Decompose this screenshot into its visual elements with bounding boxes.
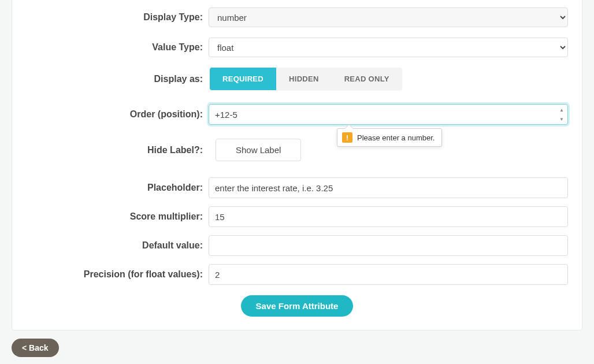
score-multiplier-input[interactable] [209,206,568,227]
show-label-button[interactable]: Show Label [216,139,301,161]
save-button[interactable]: Save Form Attribute [241,295,354,317]
precision-input[interactable] [209,264,568,285]
display-type-select[interactable]: number [209,8,568,27]
row-value-type: Value Type: float [12,38,582,57]
row-hide-label: Hide Label?: Show Label [12,139,582,161]
label-score-multiplier: Score multiplier: [12,211,209,222]
row-display-type: Display Type: number [12,8,582,27]
tooltip-text: Please enter a number. [357,133,435,142]
label-placeholder: Placeholder: [12,183,209,193]
row-default-value: Default value: [12,235,582,256]
value-type-select[interactable]: float [209,38,568,57]
label-precision: Precision (for float values): [12,269,209,280]
placeholder-input[interactable] [209,177,568,198]
order-spinner[interactable] [556,105,567,124]
warning-icon: ! [342,132,352,143]
row-precision: Precision (for float values): [12,264,582,285]
label-display-as: Display as: [12,74,209,84]
label-display-type: Display Type: [12,12,209,23]
row-score-multiplier: Score multiplier: [12,206,582,227]
toggle-required[interactable]: REQUIRED [210,68,276,90]
toggle-readonly[interactable]: READ ONLY [332,68,402,90]
label-hide-label: Hide Label?: [12,145,209,155]
spinner-up-icon[interactable] [556,105,567,114]
default-value-input[interactable] [209,235,568,256]
label-default-value: Default value: [12,240,209,251]
order-input[interactable] [209,104,568,125]
toggle-hidden[interactable]: HIDDEN [276,68,332,90]
validation-tooltip: ! Please enter a number. [337,128,442,147]
label-value-type: Value Type: [12,42,209,53]
row-order: Order (position): ! Please enter a numbe… [12,104,582,125]
row-display-as: Display as: REQUIRED HIDDEN READ ONLY [12,68,582,90]
row-placeholder: Placeholder: [12,177,582,198]
back-button[interactable]: < Back [12,339,59,357]
label-order: Order (position): [12,109,209,120]
form-panel: Display Type: number Value Type: float D… [12,0,582,330]
spinner-down-icon[interactable] [556,114,567,124]
display-as-toggle-group: REQUIRED HIDDEN READ ONLY [210,68,402,90]
